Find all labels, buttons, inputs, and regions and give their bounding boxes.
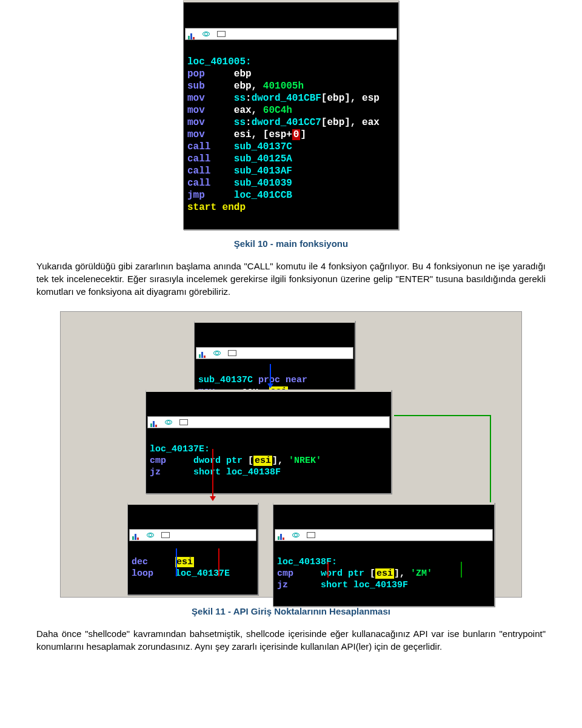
code-line: jz short loc_40139F [277,580,408,590]
chart-icon [150,419,158,425]
graph-icon [202,32,210,36]
block-toolbar [196,347,353,359]
figure-caption-11: Şekil 11 - API Giriş Noktalarının Hesapl… [36,606,546,616]
code-line: call sub_401039 [187,178,292,189]
code-line: loop loc_40137E [132,568,230,579]
code-line: pop ebp [187,69,252,79]
proc-header: sub_40137C proc near [198,375,307,385]
code-endp: start endp [187,202,246,213]
chart-icon [188,31,195,37]
cfg-block-40137E: loc_40137E: cmp dword ptr [esi], 'NREK' … [146,389,392,494]
window-icon [179,419,188,425]
code-line: jmp loc_401CCB [187,190,292,201]
block-toolbar [147,416,390,428]
code-line: call sub_40125A [187,153,292,164]
code-line: dec esi [132,557,194,567]
block-toolbar [185,28,397,40]
disasm-block-main: loc_401005: pop ebp sub ebp, 401005h mov… [183,0,399,230]
figure-caption-10: Şekil 10 - main fonksiyonu [36,238,546,249]
chart-icon [278,532,285,538]
graph-icon [165,420,172,425]
block-toolbar [129,529,256,541]
window-icon [307,532,315,538]
code-label: loc_401005: [187,56,252,67]
cfg-diagram: sub_40137C proc near mov ecx, esi loc_40… [60,311,522,598]
code-line: mov esi, [esp+0] [187,129,306,140]
code-line: mov ss:dword_401CC7[ebp], eax [187,117,380,128]
graph-icon [292,533,299,538]
paragraph-2: Daha önce "shellcode" kavramından bahset… [36,627,546,653]
window-icon [161,532,170,538]
code-line: call sub_4013AF [187,166,292,177]
block-toolbar [275,529,493,541]
code-line: sub ebp, 401005h [187,81,304,92]
code-line: call sub_40137C [187,141,292,152]
code-line: mov ss:dword_401CBF[ebp], esp [187,93,380,104]
graph-icon [147,533,154,538]
code-line: cmp dword ptr [esi], 'NREK' [150,456,321,466]
window-icon [228,350,236,356]
paragraph-1: Yukarıda görüldüğü gibi zararlının başla… [36,260,546,298]
cfg-block-dec: dec esi loop loc_40137E [127,502,258,595]
code-label: loc_40137E: [150,444,210,454]
chart-icon [199,350,206,356]
code-line: mov eax, 60C4h [187,105,292,116]
window-icon [217,31,226,37]
code-line: cmp word ptr [esi], 'ZM' [277,568,432,579]
chart-icon [132,532,139,538]
cfg-block-40138F: loc_40138F: cmp word ptr [esi], 'ZM' jz … [273,502,495,607]
graph-icon [213,351,221,356]
